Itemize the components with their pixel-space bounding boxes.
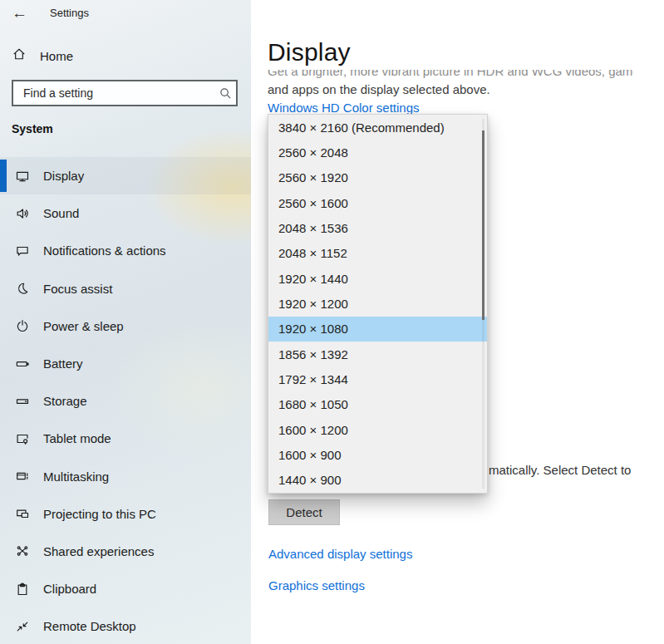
resolution-option-selected[interactable]: 1920 × 1080: [268, 317, 487, 342]
sidebar-nav-list: Display Sound Notifications & actions Fo…: [0, 157, 251, 644]
hdr-description-line2: and apps on the display selected above.: [268, 82, 490, 96]
battery-icon: [15, 356, 33, 371]
page-title: Display: [268, 38, 351, 66]
resolution-option[interactable]: 2048 × 1152: [268, 241, 487, 266]
projecting-icon: [15, 506, 33, 521]
sidebar-item-shared-experiences[interactable]: Shared experiences: [0, 533, 251, 570]
sidebar-item-notifications[interactable]: Notifications & actions: [0, 232, 251, 269]
search-icon: [214, 87, 236, 100]
resolution-option[interactable]: 1600 × 900: [268, 442, 487, 467]
detect-button[interactable]: Detect: [268, 499, 340, 525]
display-icon: [15, 169, 33, 184]
sidebar-item-battery[interactable]: Battery: [0, 345, 251, 382]
back-icon[interactable]: ←: [12, 3, 27, 23]
resolution-dropdown: 3840 × 2160 (Recommended) 2560 × 2048 25…: [268, 114, 488, 494]
resolution-option[interactable]: 1680 × 1050: [268, 392, 487, 417]
resolution-option[interactable]: 2560 × 2048: [268, 140, 487, 165]
sidebar-item-focus-assist[interactable]: Focus assist: [0, 270, 251, 307]
sidebar-item-sound[interactable]: Sound: [0, 194, 251, 232]
advanced-display-settings-link[interactable]: Advanced display settings: [268, 547, 412, 561]
sound-icon: [15, 206, 33, 221]
home-icon: [12, 47, 27, 65]
shared-experiences-icon: [15, 543, 33, 558]
sidebar-item-storage[interactable]: Storage: [0, 382, 251, 420]
settings-window: Display Get a brighter, more vibrant pic…: [0, 0, 664, 644]
multitasking-icon: [15, 469, 33, 484]
sidebar: ← Settings Home System: [0, 0, 251, 644]
search-box: [12, 80, 238, 106]
sidebar-item-clipboard[interactable]: Clipboard: [0, 570, 251, 607]
sidebar-item-label: Home: [40, 49, 73, 63]
resolution-option[interactable]: 1600 × 1200: [268, 417, 487, 442]
clipboard-icon: [15, 582, 33, 597]
sidebar-item-home[interactable]: Home: [12, 47, 73, 65]
resolution-option[interactable]: 1440 × 900: [268, 468, 487, 493]
resolution-option[interactable]: 1792 × 1344: [268, 366, 487, 391]
hdr-description-line1-clipped: Get a brighter, more vibrant picture in …: [268, 70, 633, 80]
remote-desktop-icon: [15, 619, 33, 634]
resolution-option[interactable]: 1920 × 1440: [268, 266, 487, 291]
resolution-option[interactable]: 1920 × 1200: [268, 291, 487, 316]
dropdown-scrollbar-thumb[interactable]: [482, 130, 484, 320]
sidebar-item-projecting[interactable]: Projecting to this PC: [0, 495, 251, 533]
sidebar-item-display[interactable]: Display: [0, 157, 251, 194]
sidebar-item-tablet-mode[interactable]: Tablet mode: [0, 420, 251, 457]
graphics-settings-link[interactable]: Graphics settings: [268, 578, 365, 592]
resolution-option[interactable]: 2048 × 1536: [268, 215, 487, 240]
resolution-option[interactable]: 1856 × 1392: [268, 342, 487, 366]
section-header-system: System: [12, 122, 53, 135]
sidebar-item-remote-desktop[interactable]: Remote Desktop: [0, 607, 251, 644]
tablet-mode-icon: [15, 431, 33, 446]
search-input[interactable]: [13, 81, 214, 105]
storage-icon: [15, 394, 33, 409]
resolution-option[interactable]: 2560 × 1920: [268, 165, 487, 190]
focus-assist-icon: [15, 281, 33, 296]
windows-hd-color-settings-link[interactable]: Windows HD Color settings: [268, 101, 420, 115]
resolution-option[interactable]: 2560 × 1600: [268, 190, 487, 215]
resolution-option[interactable]: 3840 × 2160 (Recommended): [268, 115, 487, 140]
notifications-icon: [15, 243, 33, 258]
app-title: Settings: [50, 7, 89, 19]
sidebar-item-power-sleep[interactable]: Power & sleep: [0, 307, 251, 345]
power-icon: [15, 318, 33, 333]
sidebar-item-multitasking[interactable]: Multitasking: [0, 458, 251, 495]
detect-paragraph-fragment: matically. Select Detect to: [489, 463, 631, 477]
